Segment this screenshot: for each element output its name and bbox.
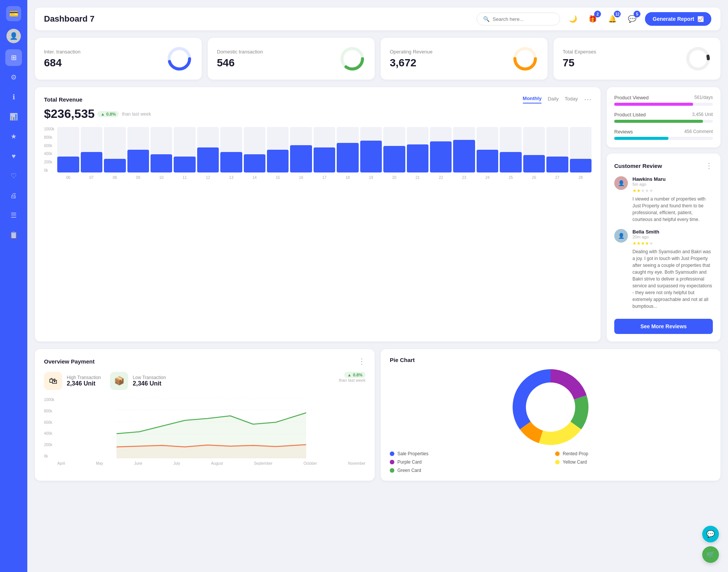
- review-text-1: Dealing with Syamsudin and Bakri was a j…: [632, 248, 713, 310]
- dashboard-icon: ⊞: [11, 53, 17, 62]
- payment-stats: 🛍 High Transaction 2,346 Unit 📦 Low Tran…: [44, 372, 366, 390]
- revenue-menu-button[interactable]: ⋯: [584, 95, 592, 104]
- sidebar-item-notes[interactable]: 📋: [5, 227, 22, 243]
- bar-group: [337, 127, 358, 172]
- bar-label: 20: [383, 176, 405, 180]
- y-axis: 1000k 800k 600k 400k 200k 0k: [44, 127, 57, 172]
- legend-dot-0: [390, 451, 394, 456]
- donut-chart-0: [166, 45, 193, 72]
- bar-group: [151, 127, 172, 172]
- bar-outer: [290, 127, 312, 172]
- sidebar-item-analytics[interactable]: 📊: [5, 108, 22, 125]
- bar-outer: [197, 127, 219, 172]
- bar-group: [267, 127, 289, 172]
- see-more-reviews-button[interactable]: See More Reviews: [614, 319, 713, 334]
- legend-item-0: Sale Properties: [390, 451, 546, 456]
- payment-card: Overview Payment ⋮ 🛍 High Transaction 2,…: [35, 349, 375, 481]
- revenue-amount: $236,535: [44, 107, 94, 121]
- up-arrow-icon: ▲: [100, 112, 105, 116]
- bar-label: 11: [174, 176, 195, 180]
- sidebar: 💳 👤 ⊞ ⚙ ℹ 📊 ★ ♥ ♡ 🖨 ☰ 📋: [0, 0, 27, 572]
- bar-inner: [383, 146, 405, 172]
- line-chart-svg: [57, 398, 366, 458]
- bar-group: [546, 127, 568, 172]
- low-transaction-stat: 📦 Low Transaction 2,346 Unit: [110, 372, 166, 390]
- generate-report-button[interactable]: Generate Report 📈: [645, 12, 711, 26]
- bar-group: [430, 127, 452, 172]
- bar-inner: [151, 154, 172, 172]
- bar-label: 10: [151, 176, 172, 180]
- review-content-1: Bella Smith 20m ago ★★★★★ Dealing with S…: [632, 229, 713, 310]
- bar-outer: [337, 127, 358, 172]
- float-cart-button[interactable]: 🛒: [702, 546, 719, 563]
- tab-today[interactable]: Today: [565, 96, 578, 103]
- bar-label: 15: [267, 176, 289, 180]
- bar-group: [570, 127, 592, 172]
- bar-label: 17: [314, 176, 335, 180]
- bar-label: 24: [477, 176, 498, 180]
- review-item-0: 👤 Hawkins Maru 5m ago ★★★★★ I viewed a n…: [614, 176, 713, 223]
- gift-badge: 2: [594, 11, 601, 17]
- donut-chart-2: [512, 45, 538, 72]
- bar-inner: [500, 152, 521, 172]
- svg-point-6: [688, 49, 708, 69]
- bar-group: [104, 127, 126, 172]
- sidebar-item-info[interactable]: ℹ: [5, 89, 22, 105]
- reviewer-time-1: 20m ago: [632, 235, 713, 239]
- search-box[interactable]: 🔍: [477, 13, 560, 25]
- bar-group: [244, 127, 265, 172]
- bar-inner: [127, 150, 149, 172]
- sidebar-item-list[interactable]: ☰: [5, 207, 22, 224]
- revenue-card: Total Revenue Monthly Daily Today ⋯ $236…: [35, 87, 601, 342]
- sidebar-logo[interactable]: 💳: [6, 6, 21, 21]
- bar-group: [453, 127, 475, 172]
- legend-label-3: Yellow Card: [563, 459, 587, 465]
- payment-header: Overview Payment ⋮: [44, 357, 366, 366]
- bar-outer: [104, 127, 126, 172]
- payment-menu-button[interactable]: ⋮: [358, 357, 366, 366]
- gift-button[interactable]: 🎁 2: [586, 12, 599, 26]
- search-input[interactable]: [493, 16, 553, 22]
- chat-button[interactable]: 💬 5: [625, 12, 639, 26]
- metric-value-1: 3,456 Unit: [692, 112, 713, 118]
- metric-bar-bg-2: [614, 137, 713, 140]
- stat-card-inter-transaction: Inter. transaction 684: [35, 38, 202, 80]
- middle-row: Total Revenue Monthly Daily Today ⋯ $236…: [35, 87, 720, 342]
- bar-label: 14: [244, 176, 265, 180]
- legend-label-1: Rented Prop: [563, 451, 588, 456]
- bell-button[interactable]: 🔔 12: [606, 12, 619, 26]
- low-transaction-icon: 📦: [110, 372, 128, 390]
- reviewer-time-0: 5m ago: [632, 182, 713, 186]
- tab-daily[interactable]: Daily: [548, 96, 559, 103]
- sidebar-item-heart2[interactable]: ♡: [5, 168, 22, 184]
- stat-label-0: Inter. transaction: [44, 49, 80, 55]
- sidebar-item-settings[interactable]: ⚙: [5, 69, 22, 86]
- tab-monthly[interactable]: Monthly: [523, 96, 542, 103]
- bar-outer: [383, 127, 405, 172]
- bar-label: 25: [500, 176, 521, 180]
- sidebar-item-dashboard[interactable]: ⊞: [5, 49, 22, 66]
- bar-inner: [57, 157, 79, 172]
- float-chat-button[interactable]: 💬: [702, 526, 719, 542]
- revenue-change-badge: ▲ 0.8%: [97, 111, 119, 117]
- reviews-menu-button[interactable]: ⋮: [705, 161, 713, 170]
- chat-badge: 5: [634, 11, 640, 17]
- heart2-icon: ♡: [11, 172, 17, 180]
- bar-outer: [570, 127, 592, 172]
- reviewer-avatar-0: 👤: [614, 176, 628, 190]
- sidebar-item-heart[interactable]: ♥: [5, 148, 22, 165]
- generate-label: Generate Report: [653, 16, 694, 22]
- sidebar-item-star[interactable]: ★: [5, 128, 22, 145]
- heart-icon: ♥: [12, 152, 16, 160]
- sidebar-item-print[interactable]: 🖨: [5, 187, 22, 204]
- metric-bar-bg-1: [614, 120, 713, 123]
- moon-button[interactable]: 🌙: [566, 12, 580, 26]
- legend-dot-3: [555, 460, 560, 464]
- metric-item-1: Product Listed 3,456 Unit: [614, 112, 713, 123]
- stat-value-1: 546: [217, 57, 263, 69]
- reviews-card: Customer Review ⋮ 👤 Hawkins Maru 5m ago …: [607, 154, 720, 342]
- bar-inner: [546, 157, 568, 172]
- bar-group: [197, 127, 219, 172]
- bar-inner: [244, 154, 265, 172]
- user-avatar[interactable]: 👤: [6, 29, 21, 43]
